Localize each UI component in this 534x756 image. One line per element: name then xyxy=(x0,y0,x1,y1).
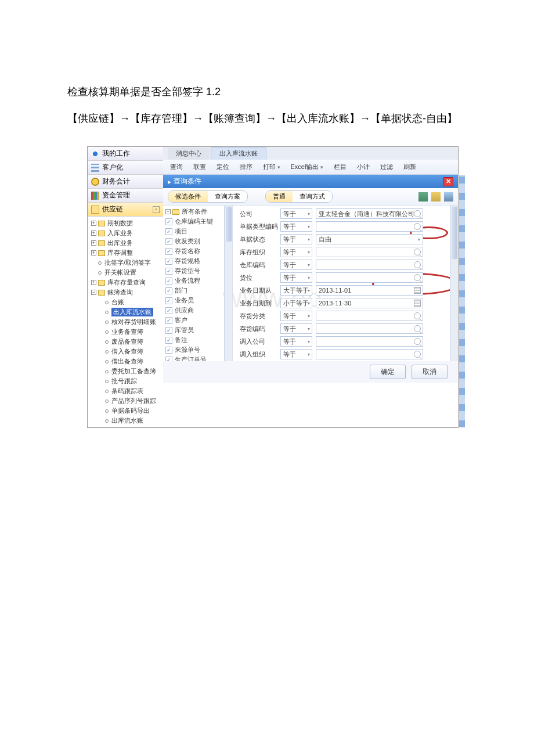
tree-node[interactable]: +期初数据 xyxy=(88,218,163,228)
val-date[interactable]: 2013-11-30 xyxy=(316,298,423,308)
op-select[interactable]: 等于 xyxy=(280,234,312,244)
search-icon[interactable] xyxy=(414,261,421,268)
scroll-thumb[interactable] xyxy=(226,207,232,242)
ct-item[interactable]: ✓收发类别 xyxy=(163,236,232,246)
ct-item[interactable]: ✓生产订单号 xyxy=(163,355,232,361)
minimize-icon[interactable]: ▫ xyxy=(153,206,160,213)
scroll-thumb[interactable] xyxy=(452,207,457,259)
tab-candidate-cond[interactable]: 候选条件 xyxy=(168,191,208,202)
tree-node[interactable]: 批号跟踪 xyxy=(88,376,163,386)
search-icon[interactable] xyxy=(414,249,421,255)
search-icon[interactable] xyxy=(414,210,421,217)
close-icon[interactable]: ✕ xyxy=(443,177,453,186)
cancel-button[interactable]: 取消 xyxy=(412,365,448,379)
op-select[interactable]: 等于 xyxy=(280,272,312,283)
val-input[interactable] xyxy=(316,260,423,270)
val-date[interactable]: 2013-11-01 xyxy=(316,285,423,296)
tree-node[interactable]: +出库业务 xyxy=(88,238,163,248)
tb-columns[interactable]: 栏目 xyxy=(330,161,350,172)
sidebar-header-customize[interactable]: 客户化 xyxy=(88,161,163,175)
tb-lookup[interactable]: 联查 xyxy=(190,161,210,172)
val-input[interactable] xyxy=(316,349,423,359)
tree-node[interactable]: 产品序列号跟踪 xyxy=(88,396,163,406)
right-scroll-edge[interactable] xyxy=(459,175,465,427)
tree-node[interactable]: +入库业务 xyxy=(88,228,163,238)
val-input[interactable] xyxy=(316,323,423,334)
save-icon[interactable] xyxy=(418,192,428,201)
search-icon[interactable] xyxy=(414,312,421,319)
op-select[interactable]: 等于 xyxy=(280,323,312,334)
op-select[interactable]: 等于 xyxy=(280,311,312,321)
search-icon[interactable] xyxy=(414,274,421,281)
val-input[interactable] xyxy=(316,311,423,321)
tree-node[interactable]: 核对存货明细账 xyxy=(88,317,163,327)
sidebar-header-fund[interactable]: 资金管理 xyxy=(88,189,163,203)
search-icon[interactable] xyxy=(414,325,421,332)
edit-icon[interactable] xyxy=(431,192,441,201)
op-select[interactable]: 等于 xyxy=(280,349,312,359)
tree-node[interactable]: 条码跟踪表 xyxy=(88,386,163,396)
tb-print[interactable]: 打印 xyxy=(259,161,284,172)
tree-node[interactable]: 废品备查簿 xyxy=(88,337,163,347)
tree-node[interactable]: 开关帐设置 xyxy=(88,268,163,278)
val-input[interactable]: 亚太轻合金（南通）科技有限公司 xyxy=(316,208,423,219)
tree-node[interactable]: 委托加工备查簿 xyxy=(88,366,163,376)
tree-node-selected[interactable]: 出入库流水账 xyxy=(88,307,163,317)
tree-node[interactable]: 借入备查簿 xyxy=(88,347,163,357)
tree-node[interactable]: +库存调整 xyxy=(88,248,163,258)
collapse-icon[interactable]: − xyxy=(165,209,171,214)
tb-locate[interactable]: 定位 xyxy=(213,161,233,172)
op-select[interactable]: 等于 xyxy=(280,208,312,219)
search-icon[interactable] xyxy=(414,338,421,345)
tree-node[interactable]: +库存存量查询 xyxy=(88,278,163,287)
ct-item[interactable]: ✓存货规格 xyxy=(163,256,232,266)
val-input[interactable] xyxy=(316,221,423,232)
tree-node[interactable]: −账簿查询 xyxy=(88,287,163,297)
tb-filter[interactable]: 过滤 xyxy=(377,161,396,172)
tree-node[interactable]: 批签字/取消签字 xyxy=(88,258,163,268)
search-icon[interactable] xyxy=(414,351,421,358)
ct-item[interactable]: ✓供应商 xyxy=(163,305,232,315)
op-select[interactable]: 等于 xyxy=(280,260,312,270)
ok-button[interactable]: 确定 xyxy=(370,365,406,379)
open-icon[interactable] xyxy=(444,192,453,201)
calendar-icon[interactable] xyxy=(414,287,421,294)
scrollbar[interactable] xyxy=(450,206,458,361)
ct-item[interactable]: ✓存货名称 xyxy=(163,246,232,256)
val-input[interactable] xyxy=(316,336,423,347)
tb-excel[interactable]: Excel输出 xyxy=(287,161,327,172)
op-select[interactable]: 大于等于 xyxy=(280,285,312,296)
expand-icon[interactable]: + xyxy=(91,240,96,246)
expand-icon[interactable]: + xyxy=(91,221,96,226)
op-select[interactable]: 等于 xyxy=(280,247,312,257)
expand-icon[interactable]: + xyxy=(91,231,96,236)
expand-icon[interactable]: + xyxy=(91,250,96,255)
tree-node[interactable]: 借出备查簿 xyxy=(88,357,163,366)
op-select[interactable]: 等于 xyxy=(280,221,312,232)
ct-item[interactable]: ✓部门 xyxy=(163,286,232,296)
tb-subtotal[interactable]: 小计 xyxy=(353,161,373,172)
ct-item[interactable]: ✓客户 xyxy=(163,315,232,325)
ct-item[interactable]: ✓业务员 xyxy=(163,296,232,305)
calendar-icon[interactable] xyxy=(414,300,421,307)
sidebar-header-mywork[interactable]: 我的工作 xyxy=(88,147,163,161)
tab-message-center[interactable]: 消息中心 xyxy=(168,147,210,160)
ct-item[interactable]: ✓库管员 xyxy=(163,325,232,335)
tree-node[interactable]: 单据条码导出 xyxy=(88,406,163,416)
val-select[interactable]: 自由 xyxy=(316,234,423,244)
collapse-icon[interactable]: − xyxy=(91,290,96,295)
tree-node[interactable]: 台账 xyxy=(88,297,163,307)
ct-root[interactable]: −所有条件 xyxy=(163,207,232,217)
ct-item[interactable]: ✓仓库编码主键 xyxy=(163,217,232,226)
sidebar-header-finance[interactable]: 财务会计 xyxy=(88,175,163,189)
tree-node[interactable]: 业务备查簿 xyxy=(88,327,163,337)
expand-icon[interactable]: + xyxy=(91,280,96,285)
scrollbar[interactable] xyxy=(224,206,232,361)
ct-item[interactable]: ✓备注 xyxy=(163,335,232,345)
tb-refresh[interactable]: 刷新 xyxy=(400,161,420,172)
tab-ledger-flow[interactable]: 出入库流水账 xyxy=(211,147,266,160)
ct-item[interactable]: ✓来源单号 xyxy=(163,345,232,355)
val-input[interactable] xyxy=(316,247,423,257)
tb-query[interactable]: 查询 xyxy=(167,161,186,172)
search-icon[interactable] xyxy=(414,223,421,230)
